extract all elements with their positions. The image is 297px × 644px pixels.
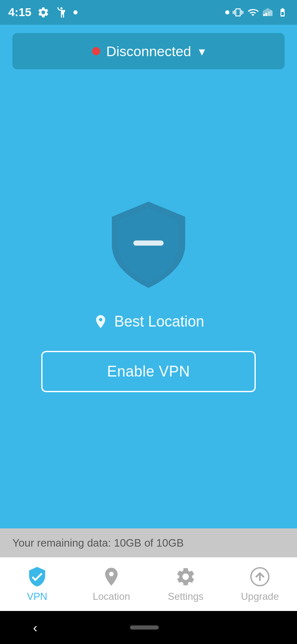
main-content: Best Location Enable VPN xyxy=(0,78,297,528)
signal-icon xyxy=(262,7,273,18)
vibrate-icon xyxy=(233,7,243,18)
gear-icon xyxy=(37,6,50,19)
connection-status-text: Disconnected xyxy=(106,43,191,59)
nav-item-vpn[interactable]: VPN xyxy=(4,566,70,602)
data-banner: Your remaining data: 10GB of 10GB xyxy=(0,528,297,557)
location-pin-icon xyxy=(93,314,108,329)
dot-indicator xyxy=(73,10,78,14)
nav-item-location[interactable]: Location xyxy=(78,566,144,602)
status-bar-left: 4:15 xyxy=(8,6,78,19)
svg-rect-1 xyxy=(263,14,265,16)
best-location-label: Best Location xyxy=(114,313,204,330)
vpn-check-icon xyxy=(26,566,48,587)
nav-item-settings[interactable]: Settings xyxy=(153,566,219,602)
nav-label-vpn: VPN xyxy=(27,591,47,602)
remaining-data-text: Your remaining data: 10GB of 10GB xyxy=(12,537,184,549)
shield-container xyxy=(105,197,192,292)
nav-label-location: Location xyxy=(93,591,130,602)
enable-vpn-button[interactable]: Enable VPN xyxy=(41,351,256,392)
settings-nav-icon xyxy=(175,566,196,587)
recents-button[interactable] xyxy=(252,621,264,634)
chevron-down-icon: ▾ xyxy=(199,44,205,59)
upgrade-nav-icon xyxy=(249,566,271,587)
svg-rect-5 xyxy=(281,12,284,15)
shield-icon xyxy=(105,197,192,292)
accessibility-icon xyxy=(55,6,68,19)
svg-rect-2 xyxy=(266,13,267,16)
svg-rect-3 xyxy=(268,12,270,16)
svg-rect-6 xyxy=(133,241,163,246)
status-bar: 4:15 xyxy=(0,0,297,25)
nav-label-upgrade: Upgrade xyxy=(241,591,279,602)
battery-icon xyxy=(276,7,289,17)
back-button[interactable]: ‹ xyxy=(33,620,38,635)
bottom-nav: VPN Location Settings Upgrade xyxy=(0,557,297,611)
best-location-row[interactable]: Best Location xyxy=(93,313,204,330)
status-time: 4:15 xyxy=(8,6,31,19)
wifi-icon xyxy=(247,7,259,18)
home-indicator[interactable] xyxy=(130,625,159,630)
svg-point-0 xyxy=(61,7,63,9)
nav-label-settings: Settings xyxy=(168,591,204,602)
connection-status-dot xyxy=(92,47,100,55)
svg-rect-4 xyxy=(271,10,272,16)
connection-banner[interactable]: Disconnected ▾ xyxy=(12,33,285,69)
location-nav-icon xyxy=(101,566,122,587)
nav-item-upgrade[interactable]: Upgrade xyxy=(227,566,293,602)
status-bar-right xyxy=(225,7,289,18)
dot-right xyxy=(225,10,229,14)
android-nav-bar: ‹ xyxy=(0,611,297,644)
